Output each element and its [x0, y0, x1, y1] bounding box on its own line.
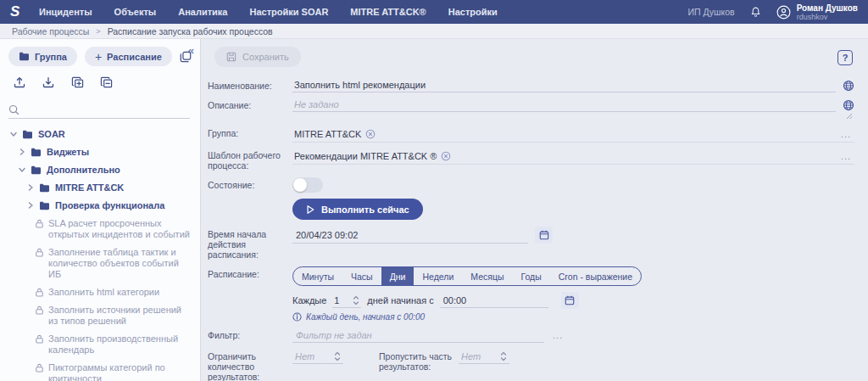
folder-icon [31, 148, 42, 157]
import-icon[interactable] [40, 74, 57, 91]
tab-years[interactable]: Годы [512, 267, 549, 285]
field-description: Описание: Не задано [208, 98, 854, 120]
remove-chip-icon[interactable] [441, 151, 451, 161]
search-icon [8, 104, 19, 115]
tree-node-additional[interactable]: Дополнительно [8, 161, 193, 179]
field-state: Состояние: [208, 177, 854, 193]
export-icon[interactable] [11, 74, 28, 91]
menu-incidents[interactable]: Инциденты [39, 7, 92, 17]
tab-days[interactable]: Дни [381, 267, 415, 285]
stepper-arrows-icon[interactable] [334, 350, 341, 362]
folder-icon [39, 183, 50, 193]
start-time-input[interactable]: 20/04/23 09:02 [292, 227, 528, 244]
tree-node-mitre[interactable]: MITRE ATT&CK [8, 179, 193, 197]
tree-item-workflow[interactable]: Заполнение таблица тактик и количество о… [8, 244, 193, 283]
tree-item-workflow[interactable]: Пиктограммы категорий по критичности [8, 359, 193, 381]
tree-node-label: SOAR [38, 129, 65, 140]
field-group-label: Группа: [208, 126, 292, 138]
breadcrumb: Рабочие процессы > Расписание запуска ра… [0, 24, 868, 39]
tree-search-input[interactable] [8, 102, 190, 119]
chevron-down-icon[interactable] [19, 166, 25, 173]
lock-icon [36, 363, 43, 373]
group-more-button[interactable]: ... [841, 129, 851, 139]
user-account[interactable]: Роман Душков rdushkov [776, 3, 858, 21]
tree-node-label: Проверка функционала [55, 200, 164, 211]
globe-localization-icon[interactable] [843, 99, 854, 111]
collapse-all-icon[interactable] [97, 74, 114, 91]
tree-node-functional-check[interactable]: Проверка функционала [8, 197, 193, 215]
add-group-button[interactable]: Группа [8, 47, 77, 66]
template-more-button[interactable]: ... [841, 151, 851, 161]
notifications-bell-icon[interactable] [750, 6, 761, 18]
expand-all-icon[interactable] [69, 74, 86, 91]
breadcrumb-current: Расписание запуска рабочих процессов [108, 26, 273, 36]
name-input[interactable]: Заполнить html рекомендации [292, 78, 836, 92]
filter-more-button[interactable]: ... [553, 330, 563, 340]
tree-node-label: Дополнительно [47, 165, 120, 176]
start-at-time-value: 00:00 [443, 295, 467, 305]
tree-item-workflow[interactable]: Заполнить производственный календарь [8, 330, 193, 359]
tab-minutes[interactable]: Минуты [293, 267, 342, 285]
tree-item-workflow[interactable]: SLA расчет просроченных открытых инциден… [8, 215, 193, 244]
globe-localization-icon[interactable] [843, 80, 854, 92]
name-value: Заполнить html рекомендации [294, 80, 426, 90]
skip-input[interactable]: Нет [459, 349, 509, 364]
menu-objects[interactable]: Объекты [114, 7, 157, 17]
state-toggle[interactable] [292, 177, 323, 193]
tree-node-label: MITRE ATT&CK [55, 182, 124, 193]
menu-mitre[interactable]: MITRE ATT&CK® [350, 7, 426, 17]
limits-row: Ограничить количество результатов: Нет П… [208, 349, 854, 381]
start-at-time-input[interactable]: 00:00 [440, 293, 548, 308]
help-button[interactable]: ? [837, 50, 853, 65]
template-chip: Рекомендации MITRE ATT&CK ® [294, 151, 451, 161]
workflow-tree: SOAR Виджеты Дополнительно MITRE ATT&CK [8, 126, 200, 381]
avatar-icon [776, 5, 791, 20]
filter-input[interactable]: Фильтр не задан [292, 328, 544, 343]
add-schedule-button[interactable]: + Расписание [85, 47, 172, 66]
schedule-period-tabs: Минуты Часы Дни Недели Месяцы Годы Cron … [292, 266, 642, 286]
chevron-right-icon[interactable] [27, 184, 34, 191]
chevron-right-icon[interactable] [27, 202, 34, 209]
limit-value: Нет [295, 351, 314, 361]
schedule-detail-panel: Сохранить ? Наименование: Заполнить html… [201, 39, 868, 381]
sidebar-collapse-icon[interactable]: « [188, 44, 194, 57]
tree-node-widgets[interactable]: Виджеты [8, 143, 193, 161]
tab-weeks[interactable]: Недели [414, 267, 462, 285]
schedule-every-row: Каждые 1 дней начиная с 00:00 [292, 292, 854, 309]
menu-analytics[interactable]: Аналитика [178, 7, 227, 17]
stepper-arrows-icon[interactable] [353, 294, 359, 306]
tree-item-label: Заполнить производственный календарь [48, 333, 193, 356]
tree-item-label: SLA расчет просроченных открытых инциден… [48, 218, 193, 240]
tab-months[interactable]: Месяцы [462, 267, 512, 285]
run-now-button[interactable]: Выполнить сейчас [292, 199, 423, 220]
lock-icon [36, 334, 43, 344]
info-icon [292, 312, 302, 322]
lock-icon [36, 305, 43, 315]
chevron-right-icon[interactable] [19, 148, 25, 155]
description-input[interactable]: Не задано [292, 98, 836, 112]
tab-hours[interactable]: Часы [342, 267, 381, 285]
tree-node-soar[interactable]: SOAR [8, 126, 193, 143]
workflow-tree-sidebar: « Группа + Расписание [0, 39, 201, 381]
description-placeholder: Не задано [294, 99, 339, 109]
every-value-stepper[interactable]: 1 [332, 293, 361, 308]
menu-settings[interactable]: Настройки [448, 7, 498, 17]
app-logo[interactable]: S [10, 3, 36, 20]
chevron-down-icon[interactable] [10, 131, 17, 137]
tree-item-workflow[interactable]: Заполнить источники решений из типов реш… [8, 301, 193, 330]
stepper-arrows-icon[interactable] [500, 350, 507, 362]
breadcrumb-parent[interactable]: Рабочие процессы [12, 26, 89, 36]
resize-handle-icon[interactable] [846, 113, 853, 120]
tree-node-label: Виджеты [47, 147, 89, 158]
calendar-icon[interactable] [535, 227, 553, 244]
menu-soar-settings[interactable]: Настройки SOAR [249, 7, 328, 17]
tree-item-workflow[interactable]: Заполнить html категории [8, 283, 193, 301]
save-button[interactable]: Сохранить [214, 47, 301, 67]
calendar-icon[interactable] [561, 292, 579, 309]
schedule-hint: Каждый день, начиная с 00:00 [292, 312, 854, 322]
remove-chip-icon[interactable] [365, 129, 376, 139]
tab-cron[interactable]: Cron - выражение [550, 267, 641, 285]
limit-input[interactable]: Нет [292, 349, 343, 364]
field-start-time-label: Время начала действия расписания: [208, 227, 292, 260]
lock-icon [36, 248, 43, 257]
